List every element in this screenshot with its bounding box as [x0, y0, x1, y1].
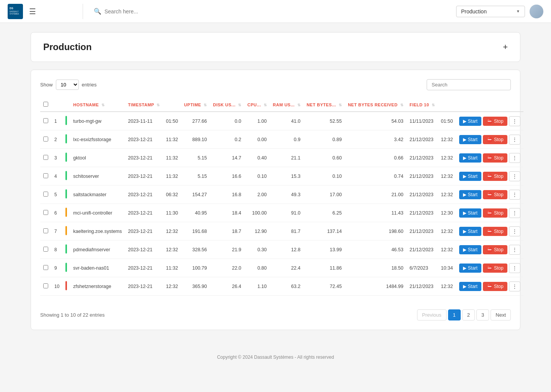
more-options-button[interactable]: ⋮	[509, 208, 520, 218]
row-checkbox[interactable]	[43, 137, 48, 142]
more-options-button[interactable]: ⋮	[509, 171, 520, 181]
row-net-bytes: 0.10	[303, 167, 345, 185]
row-checkbox[interactable]	[43, 155, 48, 160]
page-1-button[interactable]: 1	[448, 309, 461, 320]
page-2-button[interactable]: 2	[462, 309, 475, 320]
row-checkbox[interactable]	[43, 228, 48, 233]
start-button[interactable]: ▶ Start	[459, 264, 481, 273]
sort-ram-icon: ⇅	[297, 103, 301, 107]
row-net-bytes-recv: 0.74	[345, 167, 406, 185]
row-uptime: 40.95	[181, 204, 210, 222]
row-number: 6	[51, 204, 62, 222]
select-all-col	[40, 98, 51, 112]
select-all-checkbox[interactable]	[43, 102, 48, 107]
stop-button[interactable]: ⛔ Stop	[483, 245, 507, 254]
add-button[interactable]: +	[503, 42, 508, 52]
search-area: 🔍	[89, 8, 450, 15]
row-checkbox[interactable]	[43, 283, 48, 288]
row-disk: 22.0	[210, 259, 245, 277]
col-field10[interactable]: FIELD 10 ⇅	[406, 98, 438, 112]
row-checkbox[interactable]	[43, 173, 48, 178]
stop-button[interactable]: ⛔ Stop	[483, 227, 507, 236]
avatar[interactable]	[530, 5, 543, 18]
start-button[interactable]: ▶ Start	[459, 245, 481, 254]
prev-page-button[interactable]: Previous	[417, 309, 447, 320]
col-disk[interactable]: DISK US... ⇅	[210, 98, 245, 112]
row-checkbox[interactable]	[43, 192, 48, 197]
table-search-input[interactable]	[427, 79, 511, 90]
start-button[interactable]: ▶ Start	[459, 117, 481, 126]
more-options-button[interactable]: ⋮	[509, 153, 520, 163]
col-net-bytes-recv[interactable]: NET BYTES RECEIVED ⇅	[345, 98, 406, 112]
env-selector-text: Production	[461, 8, 513, 15]
col-timestamp[interactable]: TIMESTAMP ⇅	[125, 98, 163, 112]
start-button[interactable]: ▶ Start	[459, 172, 481, 181]
stop-button[interactable]: ⛔ Stop	[483, 264, 507, 273]
stop-button[interactable]: ⛔ Stop	[483, 117, 507, 126]
row-uptime: 889.10	[181, 130, 210, 149]
start-button[interactable]: ▶ Start	[459, 135, 481, 144]
stop-button[interactable]: ⛔ Stop	[483, 208, 507, 218]
row-timestamp-time: 11:32	[163, 149, 181, 167]
more-options-button[interactable]: ⋮	[509, 190, 520, 200]
start-button[interactable]: ▶ Start	[459, 227, 481, 236]
row-net-bytes-recv: 21.00	[345, 185, 406, 204]
header-search-input[interactable]	[104, 8, 445, 15]
status-indicator	[65, 116, 67, 125]
col-ram[interactable]: RAM US... ⇅	[270, 98, 303, 112]
stop-icon: ⛔	[487, 284, 492, 289]
row-checkbox-cell	[40, 222, 51, 241]
row-timestamp-date: 2023-12-21	[125, 185, 163, 204]
play-icon: ▶	[463, 174, 466, 179]
play-icon: ▶	[463, 265, 466, 271]
row-uptime: 5.15	[181, 167, 210, 185]
stop-button[interactable]: ⛔ Stop	[483, 135, 507, 144]
row-status-cell	[62, 149, 70, 167]
start-button[interactable]: ▶ Start	[459, 153, 481, 163]
row-field10-time: 12:32	[438, 277, 456, 296]
entries-select[interactable]: 10 25 50 100	[56, 80, 79, 90]
row-cpu: 100.00	[245, 204, 270, 222]
start-button[interactable]: ▶ Start	[459, 282, 481, 291]
more-options-button[interactable]: ⋮	[509, 116, 520, 126]
more-options-button[interactable]: ⋮	[509, 245, 520, 255]
row-cpu: 0.80	[245, 259, 270, 277]
next-page-button[interactable]: Next	[491, 309, 511, 320]
more-options-button[interactable]: ⋮	[509, 135, 520, 145]
play-icon: ▶	[463, 284, 466, 289]
row-uptime: 100.79	[181, 259, 210, 277]
stop-button[interactable]: ⛔ Stop	[483, 190, 507, 199]
col-hostname[interactable]: HOSTNAME ⇅	[70, 98, 125, 112]
table-row: 9 svr-baden-nas01 2023-12-21 11:32 100.7…	[40, 259, 523, 277]
stop-icon: ⛔	[487, 247, 492, 252]
col-net-bytes[interactable]: NET BYTES... ⇅	[303, 98, 345, 112]
row-checkbox[interactable]	[43, 247, 48, 252]
more-options-button[interactable]: ⋮	[509, 263, 520, 273]
row-checkbox[interactable]	[43, 118, 48, 123]
more-options-button[interactable]: ⋮	[509, 281, 520, 291]
col-uptime[interactable]: UPTIME ⇅	[181, 98, 210, 112]
stop-button[interactable]: ⛔ Stop	[483, 153, 507, 163]
table-body: 1 turbo-mgt-gw 2023-11-11 01:50 277.66 0…	[40, 112, 523, 296]
hamburger-button[interactable]: ☰	[26, 5, 39, 18]
row-number: 10	[51, 277, 62, 296]
col-cpu[interactable]: CPU... ⇅	[245, 98, 270, 112]
row-net-bytes-recv: 46.53	[345, 241, 406, 259]
row-timestamp-date: 2023-12-21	[125, 167, 163, 185]
row-number: 9	[51, 259, 62, 277]
more-options-button[interactable]: ⋮	[509, 226, 520, 236]
stop-button[interactable]: ⛔ Stop	[483, 282, 507, 291]
start-button[interactable]: ▶ Start	[459, 190, 481, 199]
sort-netbytesrecv-icon: ⇅	[400, 103, 404, 107]
stop-button[interactable]: ⛔ Stop	[483, 172, 507, 181]
sort-cpu-icon: ⇅	[264, 103, 267, 107]
row-hostname: saltstackmaster	[70, 185, 125, 204]
copyright-text: Copyright © 2024 Dassault Systèmes - All…	[217, 355, 334, 360]
page-3-button[interactable]: 3	[476, 309, 489, 320]
row-checkbox[interactable]	[43, 265, 48, 270]
start-button[interactable]: ▶ Start	[459, 208, 481, 218]
row-net-bytes: 52.55	[303, 112, 345, 130]
env-selector[interactable]: Production ▼	[456, 6, 525, 17]
row-checkbox[interactable]	[43, 210, 48, 215]
row-field10-date: 11/11/2023	[406, 112, 438, 130]
